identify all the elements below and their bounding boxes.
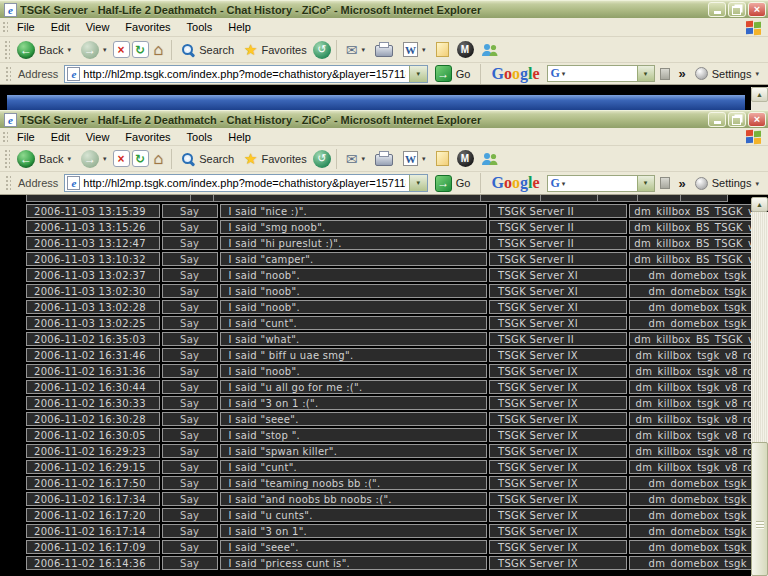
addressbar-grip[interactable] (4, 65, 11, 82)
toolbar-overflow-chevron[interactable]: » (675, 66, 690, 81)
google-search-box[interactable]: G ▾ ▾ (547, 175, 655, 192)
vertical-scrollbar[interactable]: ▲ (751, 197, 768, 576)
google-mini-icon[interactable] (660, 68, 670, 80)
restore-button[interactable] (728, 2, 746, 17)
forward-dropdown-icon[interactable]: ▾ (103, 46, 107, 53)
address-input[interactable] (83, 67, 405, 81)
back-dropdown-icon[interactable]: ▾ (67, 46, 71, 53)
menu-file[interactable]: File (9, 18, 43, 36)
search-button[interactable]: Search (177, 151, 238, 167)
edit-word-button[interactable]: W ▾ (399, 150, 430, 167)
favorites-button[interactable]: ★ Favorites (240, 151, 311, 167)
toolbar-grip[interactable] (3, 39, 10, 60)
cell-server: TSGK Server II (489, 236, 627, 250)
ie-logo-icon: e (4, 3, 17, 17)
cell-message: I said "what". (220, 332, 487, 346)
google-search-box[interactable]: G ▾ ▾ (547, 65, 655, 82)
go-button[interactable]: → Go (431, 65, 475, 82)
search-button[interactable]: Search (177, 42, 238, 58)
forward-button[interactable]: → ▾ (77, 149, 111, 169)
settings-dropdown-icon: ▾ (755, 70, 759, 77)
address-dropdown-button[interactable]: ▾ (409, 175, 427, 191)
close-button[interactable]: × (748, 112, 766, 127)
menu-edit[interactable]: Edit (43, 18, 78, 36)
messenger-button[interactable] (481, 151, 499, 167)
address-field[interactable]: e ▾ (64, 65, 427, 83)
forward-button[interactable]: → ▾ (77, 40, 111, 60)
back-dropdown-icon[interactable]: ▾ (67, 155, 71, 162)
menu-tools[interactable]: Tools (179, 18, 221, 36)
word-dropdown-icon[interactable]: ▾ (422, 155, 426, 162)
scroll-up-button[interactable]: ▲ (751, 87, 768, 102)
restore-icon (732, 6, 741, 15)
addressbar-grip[interactable] (4, 174, 11, 192)
minimize-icon (714, 11, 721, 14)
mail-button[interactable]: ✉ ▾ (342, 151, 369, 167)
home-button[interactable]: ⌂ (151, 42, 167, 58)
print-button[interactable] (375, 45, 393, 57)
history-button[interactable]: ↺ (313, 41, 331, 59)
titlebar[interactable]: e TSGK Server - Half-Life 2 Deathmatch -… (0, 0, 768, 18)
discuss-button[interactable] (436, 42, 449, 57)
menu-help[interactable]: Help (220, 18, 259, 36)
edit-word-button[interactable]: W ▾ (399, 41, 430, 58)
history-button[interactable]: ↺ (313, 150, 331, 168)
menu-favorites[interactable]: Favorites (117, 18, 178, 36)
stop-button[interactable]: × (113, 150, 130, 167)
menubar-grip[interactable] (1, 20, 8, 34)
mail-dropdown-icon[interactable]: ▾ (361, 155, 365, 162)
refresh-button[interactable]: ↻ (132, 150, 149, 167)
menu-favorites[interactable]: Favorites (117, 128, 178, 146)
messenger-button[interactable] (481, 42, 499, 58)
cell-message: I said "teaming noobs bb :(". (220, 476, 487, 490)
settings-button[interactable]: Settings ▾ (693, 67, 765, 80)
table-row: 2006-11-03 13:15:26 Say I said "smg noob… (26, 220, 766, 234)
stop-button[interactable]: × (113, 41, 130, 58)
go-button[interactable]: → Go (431, 175, 475, 192)
minimize-button[interactable] (708, 2, 726, 17)
menu-tools[interactable]: Tools (179, 128, 221, 146)
mail-dropdown-icon[interactable]: ▾ (361, 46, 365, 53)
mail-button[interactable]: ✉ ▾ (342, 42, 369, 58)
toolbar-overflow-chevron[interactable]: » (675, 176, 690, 191)
titlebar[interactable]: e TSGK Server - Half-Life 2 Deathmatch -… (0, 110, 768, 128)
refresh-button[interactable]: ↻ (132, 41, 149, 58)
minimize-button[interactable] (708, 112, 726, 127)
menu-help[interactable]: Help (220, 128, 259, 146)
media-button[interactable]: M (457, 41, 474, 58)
search-icon (181, 43, 195, 57)
google-g-dropdown-icon[interactable]: ▾ (562, 70, 566, 77)
back-button[interactable]: ← Back ▾ (13, 40, 75, 60)
toolbar-grip[interactable] (3, 148, 10, 169)
address-field[interactable]: e ▾ (64, 174, 427, 192)
word-dropdown-icon[interactable]: ▾ (422, 46, 426, 53)
address-dropdown-button[interactable]: ▾ (409, 66, 427, 82)
word-icon: W (403, 42, 418, 57)
favorites-button[interactable]: ★ Favorites (240, 42, 311, 58)
close-button[interactable]: × (748, 2, 766, 17)
google-mini-icon[interactable] (660, 177, 670, 189)
scrollbar-thumb[interactable] (751, 442, 768, 576)
menu-edit[interactable]: Edit (43, 128, 78, 146)
menubar-grip[interactable] (1, 130, 8, 143)
menu-view[interactable]: View (78, 18, 118, 36)
google-searchbox-dropdown[interactable]: ▾ (637, 176, 654, 191)
back-button[interactable]: ← Back ▾ (13, 149, 75, 169)
menu-file[interactable]: File (9, 128, 43, 146)
media-button[interactable]: M (457, 150, 474, 167)
scroll-up-button[interactable]: ▲ (751, 197, 768, 212)
google-g-dropdown-icon[interactable]: ▾ (562, 180, 566, 187)
discuss-button[interactable] (436, 151, 449, 166)
print-button[interactable] (375, 154, 393, 166)
google-searchbox-dropdown[interactable]: ▾ (637, 66, 654, 81)
scrollbar-fragment[interactable]: ▲ (751, 87, 768, 110)
settings-button[interactable]: Settings ▾ (693, 177, 765, 190)
cell-map: dm_domebox_tsgk (629, 524, 766, 538)
forward-dropdown-icon[interactable]: ▾ (103, 155, 107, 162)
home-button[interactable]: ⌂ (151, 151, 167, 167)
cell-message-type: Say (162, 444, 218, 458)
restore-button[interactable] (728, 112, 746, 127)
address-input[interactable] (83, 176, 405, 190)
menu-view[interactable]: View (78, 128, 118, 146)
cell-server: TSGK Server IX (489, 412, 627, 426)
